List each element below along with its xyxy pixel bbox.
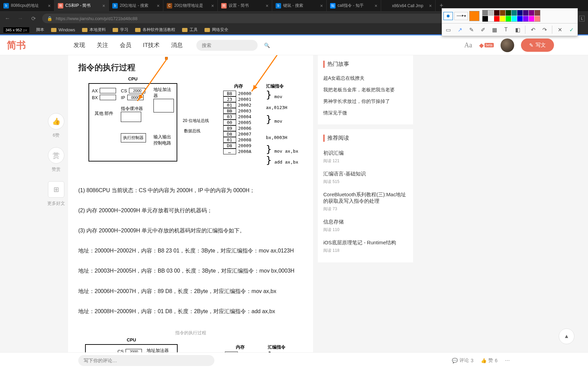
- search-icon[interactable]: 🔍: [264, 43, 270, 48]
- eraser-tool[interactable]: ◧: [513, 25, 522, 34]
- memory-row: 0120002: [223, 102, 254, 108]
- close-icon[interactable]: ×: [211, 3, 214, 9]
- tab-4[interactable]: 简设置 - 简书×: [218, 0, 272, 12]
- undo-button[interactable]: ↶: [528, 25, 538, 34]
- folder-icon: [51, 28, 56, 32]
- story-link[interactable]: 超A女霸总在线撩夫: [323, 73, 408, 84]
- recommendation-link[interactable]: CoreBluetooth系列教程(三):Mac地址的获取及写入指令的处理阅读 …: [323, 188, 408, 215]
- color-swatch[interactable]: [523, 16, 528, 21]
- nav-message[interactable]: 消息: [171, 41, 183, 49]
- color-swatch[interactable]: [494, 10, 500, 16]
- color-swatch[interactable]: [529, 10, 534, 16]
- nav-member[interactable]: 会员: [120, 41, 131, 49]
- rect-tool[interactable]: ▭: [443, 25, 453, 34]
- mosaic-tool[interactable]: ▦: [490, 25, 499, 34]
- color-swatch[interactable]: [517, 10, 523, 16]
- story-link[interactable]: 男神学长求放过，你的节操掉了: [323, 96, 408, 107]
- close-icon[interactable]: ×: [375, 3, 377, 9]
- color-swatch[interactable]: [488, 10, 494, 16]
- close-icon[interactable]: ×: [157, 3, 160, 9]
- font-size-button[interactable]: Aa: [464, 41, 472, 49]
- color-swatch[interactable]: [494, 16, 500, 21]
- tab-1[interactable]: 简CS和IP - 简书×: [54, 0, 109, 12]
- color-palette[interactable]: [482, 10, 540, 22]
- color-swatch[interactable]: [500, 16, 505, 21]
- close-icon[interactable]: ×: [102, 3, 105, 9]
- like-button[interactable]: 👍: [48, 113, 64, 129]
- bookmark-item[interactable]: 本地资料: [82, 27, 106, 33]
- bookmark-item[interactable]: 学习: [113, 27, 128, 33]
- close-icon[interactable]: ×: [48, 3, 51, 9]
- tab-0[interactable]: b8086cpu的地址×: [0, 0, 54, 12]
- site-logo[interactable]: 简书: [7, 39, 26, 52]
- color-swatch[interactable]: [500, 10, 505, 16]
- tab-6[interactable]: 知call指令 - 知乎×: [327, 0, 381, 12]
- color-swatch[interactable]: [506, 16, 511, 21]
- color-swatch[interactable]: [517, 16, 523, 21]
- tab-3[interactable]: C20位物理地址是×: [163, 0, 218, 12]
- color-swatch[interactable]: [506, 10, 511, 16]
- refresh-button[interactable]: ⟳: [29, 15, 37, 22]
- likes-button[interactable]: 👍赞6: [481, 357, 497, 364]
- highlighter-tool[interactable]: ✐: [478, 25, 488, 34]
- color-swatch[interactable]: [511, 16, 517, 21]
- color-swatch[interactable]: [488, 16, 494, 21]
- color-swatch[interactable]: [483, 10, 488, 16]
- close-icon[interactable]: ×: [320, 3, 323, 9]
- tab-5[interactable]: b键鼠 - 搜索×: [272, 0, 327, 12]
- pen-tool[interactable]: ✎: [467, 25, 476, 34]
- nav-follow[interactable]: 关注: [97, 41, 108, 49]
- color-swatch[interactable]: [535, 16, 540, 21]
- memory-row: 0320004: [223, 114, 254, 120]
- arrow-tool[interactable]: ↗: [455, 25, 464, 34]
- search-input[interactable]: [202, 43, 261, 48]
- forward-button[interactable]: →: [16, 15, 24, 21]
- current-color[interactable]: [469, 11, 479, 21]
- bookmark-item[interactable]: 各种软件激活教程: [135, 27, 175, 33]
- tab-2[interactable]: b20位地址 - 搜索×: [109, 0, 163, 12]
- color-swatch[interactable]: [483, 16, 488, 21]
- tab-7[interactable]: x86/x64 Call Jmp×: [381, 0, 436, 12]
- color-swatch[interactable]: [511, 10, 517, 16]
- avatar[interactable]: [501, 39, 514, 52]
- qr-button[interactable]: ⊞: [48, 181, 64, 198]
- bookmark-item[interactable]: 网络安全: [205, 27, 228, 33]
- color-swatch[interactable]: [535, 10, 540, 16]
- hot-title: 热门故事: [323, 61, 408, 68]
- write-button[interactable]: ✎写文: [521, 39, 554, 52]
- nav-discover[interactable]: 发现: [74, 41, 85, 49]
- story-link[interactable]: 我把老板当金库，老板把我当老婆: [323, 84, 408, 96]
- bookmark-item[interactable]: 工具: [182, 27, 198, 33]
- search-box[interactable]: 🔍: [196, 40, 258, 51]
- redo-button[interactable]: ↷: [540, 25, 549, 34]
- scroll-top-button[interactable]: ▲: [559, 328, 574, 344]
- close-icon[interactable]: ×: [266, 3, 268, 9]
- recommendation-link[interactable]: 汇编语言-基础知识阅读 515: [323, 167, 408, 188]
- nav-it[interactable]: IT技术: [143, 41, 160, 49]
- cpu-diagram: CPU AX BX 其他 部件 CS2000 IP0000 指令缓冲器: [78, 80, 303, 171]
- text-tool[interactable]: T: [501, 25, 511, 34]
- color-swatch[interactable]: [523, 10, 528, 16]
- brush-size-button[interactable]: [443, 12, 453, 20]
- close-icon[interactable]: ×: [429, 3, 432, 9]
- comments-button[interactable]: 💬评论3: [452, 357, 473, 364]
- story-link[interactable]: 情深见于微: [323, 107, 408, 119]
- extension-icon[interactable]: L: [579, 16, 585, 21]
- reward-button[interactable]: 赏: [48, 147, 64, 164]
- article-text: (1) 8086CPU 当前状态：CS 中的内容为 2000H，IP 中的内容为…: [78, 175, 303, 326]
- back-button[interactable]: ←: [3, 15, 12, 21]
- annotation-toolbar[interactable]: ▾ ▭ ↗ ✎ ✐ ▦ T ◧ ↶ ↷ ✕ ✓: [442, 8, 578, 36]
- sidebar: 热门故事 超A女霸总在线撩夫 我把老板当金库，老板把我当老婆 男神学长求放过，你…: [318, 55, 413, 352]
- recommendation-link[interactable]: iOS底层原理笔记 - Runtime结构阅读 118: [323, 236, 408, 257]
- bookmark-item[interactable]: 脚本: [36, 27, 44, 33]
- comment-input[interactable]: [78, 355, 214, 366]
- beta-badge[interactable]: ◆beta: [479, 42, 494, 49]
- recommendation-link[interactable]: 信息存储阅读 110: [323, 215, 408, 236]
- cancel-button[interactable]: ✕: [555, 25, 565, 34]
- bookmark-item[interactable]: Windows: [51, 28, 75, 32]
- confirm-button[interactable]: ✓: [567, 25, 576, 34]
- color-swatch[interactable]: [529, 16, 534, 21]
- more-button[interactable]: ⋯: [505, 358, 510, 363]
- recommendation-link[interactable]: 初识汇编阅读 121: [323, 147, 408, 167]
- arrow-style-select[interactable]: ▾: [454, 12, 468, 20]
